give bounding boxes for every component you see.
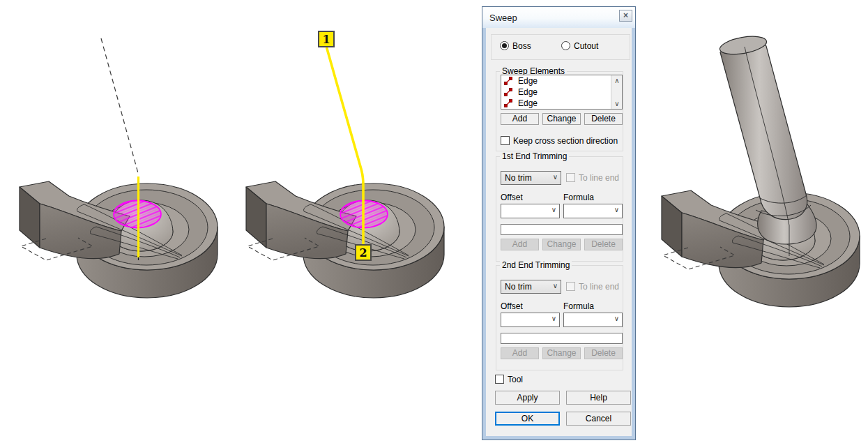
boss-radio-label[interactable]: Boss [512,41,531,51]
second-offset-label: Offset [501,301,523,311]
list-item[interactable]: Edge [501,75,622,87]
chevron-down-icon: ∨ [614,206,619,213]
chevron-down-icon: ∨ [551,315,556,322]
sweep-add-button[interactable]: Add [501,113,539,125]
second-trim-change-button: Change [542,347,581,359]
model-view-result[interactable] [648,24,868,443]
base-part [20,181,218,298]
base-part [246,181,444,298]
keep-cross-section-checkbox[interactable] [501,136,510,145]
first-to-line-end-checkbox [566,173,575,182]
first-trim-add-button: Add [501,239,539,250]
scroll-down-icon[interactable]: ∨ [611,98,623,109]
viewport-canvas: 1 2 [0,0,868,443]
first-offset-select[interactable]: ∨ [501,204,560,218]
close-icon[interactable]: × [619,10,632,22]
list-item[interactable]: Edge [501,98,622,109]
second-trim-value-input[interactable] [501,333,623,344]
model-view-sweep-path[interactable]: 1 2 [232,24,466,317]
cancel-button[interactable]: Cancel [566,412,631,426]
chevron-down-icon: ∨ [553,173,558,181]
list-item-label: Edge [518,98,538,108]
first-trim-delete-button: Delete [584,239,623,250]
guide-dashed-line [101,38,138,173]
chevron-down-icon: ∨ [614,315,619,322]
list-item[interactable]: Edge [501,87,622,98]
sweep-change-button[interactable]: Change [542,113,581,125]
base-part [662,190,860,307]
chevron-down-icon: ∨ [553,282,558,290]
first-to-line-end-label: To line end [579,173,619,183]
cutout-radio[interactable] [561,41,570,50]
point-label-1: 1 [319,31,334,47]
first-trim-label: 1st End Trimming [500,151,569,161]
help-button[interactable]: Help [566,391,631,405]
dialog-titlebar[interactable]: Sweep × [482,7,635,28]
dialog-title: Sweep [489,13,517,23]
point-label-2: 2 [356,245,371,260]
second-trim-mode-select[interactable]: No trim ∨ [501,280,561,294]
sweep-dialog: Sweep × Boss Cutout Sweep Elements Edge [482,6,636,440]
second-trim-delete-button: Delete [584,347,623,359]
svg-text:1: 1 [322,33,330,46]
first-trim-change-button: Change [542,239,581,250]
edge-icon [504,77,512,85]
tool-checkbox-label[interactable]: Tool [508,375,523,384]
mode-groupbox [491,34,630,60]
first-formula-select[interactable]: ∨ [563,204,623,218]
second-to-line-end-label: To line end [579,282,619,292]
edge-icon [504,99,512,107]
cutout-radio-label[interactable]: Cutout [574,41,598,51]
chevron-down-icon: ∨ [551,206,556,213]
keep-cross-section-label[interactable]: Keep cross section direction [513,136,618,146]
second-formula-label: Formula [563,301,594,311]
sweep-elements-list: Edge Edge Edge ∧ ∨ [501,75,623,110]
apply-button[interactable]: Apply [495,391,560,405]
edge-icon [504,88,512,96]
second-formula-select[interactable]: ∨ [563,313,623,327]
sweep-delete-button[interactable]: Delete [584,113,623,125]
boss-radio[interactable] [500,41,509,50]
second-to-line-end-checkbox [566,282,575,291]
list-item-label: Edge [518,76,538,86]
list-item-label: Edge [518,87,538,97]
first-trim-mode-select[interactable]: No trim ∨ [501,171,561,185]
scroll-up-icon[interactable]: ∧ [611,75,623,86]
svg-text:2: 2 [359,246,367,260]
first-trim-value-input[interactable] [501,224,623,235]
model-view-profile-guide[interactable] [6,24,239,317]
second-trim-label: 2nd End Trimming [500,260,572,270]
list-scrollbar[interactable]: ∧ ∨ [611,75,622,109]
dialog-body: Boss Cutout Sweep Elements Edge [486,28,632,436]
second-trim-add-button: Add [501,347,539,359]
first-formula-label: Formula [563,193,594,202]
second-offset-select[interactable]: ∨ [501,313,560,327]
tool-checkbox[interactable] [495,375,504,384]
ok-button[interactable]: OK [495,412,560,426]
first-offset-label: Offset [501,193,523,202]
